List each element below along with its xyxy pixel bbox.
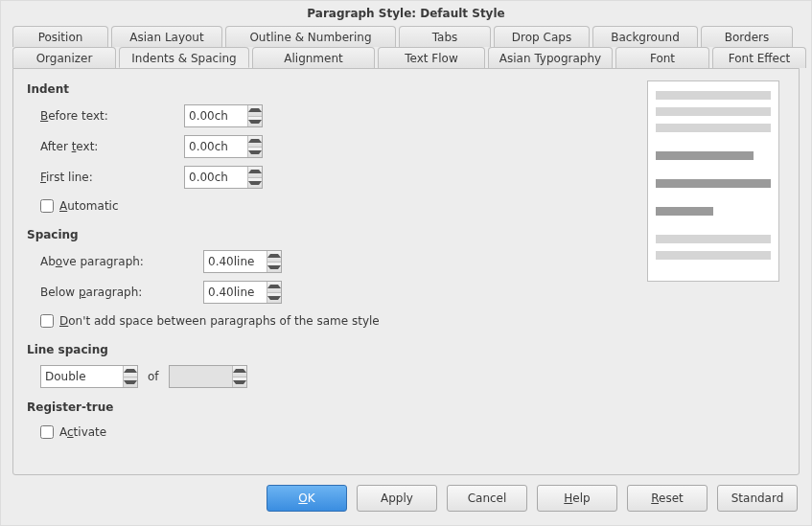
arrow-down-icon[interactable] — [248, 116, 262, 127]
label-after-text: After text: — [27, 140, 184, 153]
dialog-title: Paragraph Style: Default Style — [1, 1, 811, 26]
label-before-text: Before text: — [27, 109, 184, 123]
checkbox-activate-label: Activate — [59, 425, 106, 439]
arrow-up-icon[interactable] — [248, 167, 262, 177]
reset-button[interactable]: Reset — [627, 485, 708, 512]
combo-line-spacing[interactable]: Double — [40, 365, 138, 388]
spin-arrows[interactable] — [267, 251, 281, 272]
tab-background[interactable]: Background — [592, 26, 698, 47]
checkbox-activate-box[interactable] — [40, 425, 54, 439]
arrow-up-icon[interactable] — [248, 105, 262, 116]
arrow-down-icon[interactable] — [248, 177, 262, 189]
standard-button[interactable]: Standard — [717, 485, 798, 512]
spin-before-text[interactable] — [184, 104, 263, 127]
tab-indents-spacing[interactable]: Indents & Spacing — [119, 47, 249, 68]
paragraph-preview — [647, 80, 779, 282]
tab-tabs[interactable]: Tabs — [399, 26, 491, 47]
spin-after-text[interactable] — [184, 135, 263, 158]
spin-arrows[interactable] — [267, 282, 281, 303]
tab-asian-typography[interactable]: Asian Typography — [488, 47, 613, 68]
spin-arrows — [232, 366, 246, 387]
arrow-up-icon[interactable] — [267, 282, 281, 292]
cancel-button[interactable]: Cancel — [447, 485, 527, 512]
ok-button[interactable]: OK — [267, 485, 347, 512]
arrow-up-icon[interactable] — [267, 251, 281, 262]
input-below-paragraph[interactable] — [204, 282, 267, 303]
arrow-up-icon — [233, 366, 246, 377]
arrow-up-icon[interactable] — [248, 136, 262, 147]
checkbox-activate[interactable]: Activate — [27, 422, 785, 443]
spin-first-line[interactable] — [184, 166, 263, 189]
tab-page: Indent Before text: After text: First li… — [12, 68, 800, 475]
spin-arrows[interactable] — [247, 167, 262, 188]
checkbox-same-style[interactable]: Don't add space between paragraphs of th… — [27, 310, 785, 332]
arrow-down-icon[interactable] — [267, 262, 281, 273]
checkbox-automatic-label: Automatic — [59, 199, 119, 213]
tab-outline-numbering[interactable]: Outline & Numbering — [225, 26, 396, 47]
spin-arrows[interactable] — [247, 136, 262, 157]
dialog-window: Paragraph Style: Default Style Position … — [0, 0, 812, 526]
help-button[interactable]: Help — [537, 485, 617, 512]
arrow-up-icon[interactable] — [124, 366, 137, 377]
label-below-paragraph: Below paragraph: — [27, 286, 203, 299]
arrow-down-icon[interactable] — [248, 147, 262, 158]
section-register-true: Register-true — [27, 400, 785, 414]
tab-text-flow[interactable]: Text Flow — [378, 47, 485, 68]
arrow-down-icon[interactable] — [124, 377, 137, 388]
input-line-spacing-of — [170, 366, 232, 387]
tab-font[interactable]: Font — [615, 47, 709, 68]
checkbox-automatic-box[interactable] — [40, 199, 54, 213]
spin-arrows[interactable] — [247, 105, 262, 126]
apply-button[interactable]: Apply — [357, 485, 437, 512]
spin-above-paragraph[interactable] — [203, 250, 282, 273]
tab-alignment[interactable]: Alignment — [252, 47, 375, 68]
input-above-paragraph[interactable] — [204, 251, 267, 272]
button-bar: OK Apply Cancel Help Reset Standard — [1, 475, 811, 525]
input-first-line[interactable] — [185, 167, 247, 188]
section-line-spacing: Line spacing — [27, 343, 785, 356]
arrow-down-icon[interactable] — [267, 292, 281, 304]
spin-line-spacing-of — [169, 365, 247, 388]
combo-arrows[interactable] — [123, 366, 137, 387]
arrow-down-icon — [233, 377, 246, 388]
label-above-paragraph: Above paragraph: — [27, 255, 203, 268]
combo-line-spacing-value: Double — [41, 366, 123, 387]
tab-organizer[interactable]: Organizer — [12, 47, 116, 68]
checkbox-same-style-box[interactable] — [40, 314, 54, 328]
spin-below-paragraph[interactable] — [203, 281, 282, 304]
label-first-line: First line: — [27, 171, 184, 184]
tab-asian-layout[interactable]: Asian Layout — [111, 26, 222, 47]
input-after-text[interactable] — [185, 136, 247, 157]
tab-drop-caps[interactable]: Drop Caps — [494, 26, 590, 47]
checkbox-same-style-label: Don't add space between paragraphs of th… — [59, 314, 380, 328]
label-of: of — [148, 370, 159, 383]
input-before-text[interactable] — [185, 105, 247, 126]
tab-strip: Position Asian Layout Outline & Numberin… — [1, 26, 811, 68]
tab-font-effect[interactable]: Font Effect — [712, 47, 806, 68]
tab-borders[interactable]: Borders — [701, 26, 793, 47]
tab-position[interactable]: Position — [12, 26, 108, 47]
